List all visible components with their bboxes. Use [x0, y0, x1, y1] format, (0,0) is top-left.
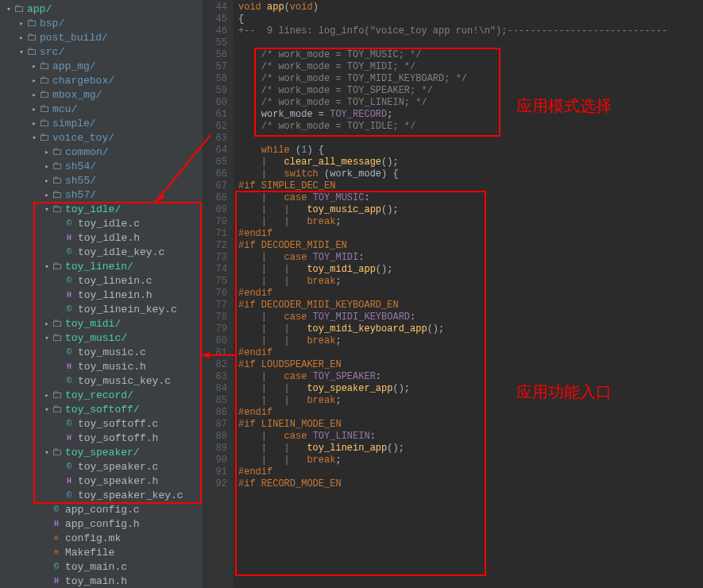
expand-arrow-icon[interactable]: ▸ [43, 391, 51, 400]
code-line[interactable]: /* work_mode = TOY_IDLE; */ [238, 121, 703, 133]
tree-item[interactable]: ©toy_speaker_key.c [0, 488, 203, 502]
tree-item[interactable]: ©toy_softoff.c [0, 416, 203, 431]
tree-item[interactable]: ▾🗀voice_toy/ [0, 130, 203, 145]
expand-arrow-icon[interactable]: ▾ [43, 205, 51, 214]
tree-item[interactable]: ▾🗀app/ [0, 2, 203, 16]
tree-item[interactable]: ▸🗀sh57/ [0, 188, 203, 202]
tree-item[interactable]: ©toy_speaker.c [0, 459, 203, 474]
code-line[interactable]: /* work_mode = TOY_MIDI; */ [238, 61, 703, 73]
expand-arrow-icon[interactable]: ▸ [30, 76, 38, 85]
code-line[interactable]: /* work_mode = TOY_LINEIN; */ [238, 97, 703, 109]
tree-item[interactable]: ▸🗀simple/ [0, 116, 203, 130]
expand-arrow-icon[interactable]: ▾ [43, 448, 51, 457]
code-line[interactable]: | | toy_midi_app(); [238, 264, 703, 276]
tree-item[interactable]: Happ_config.h [0, 516, 203, 531]
tree-item[interactable]: ©toy_idle.c [0, 216, 203, 230]
tree-item[interactable]: ▸🗀bsp/ [0, 16, 203, 30]
expand-arrow-icon[interactable]: ▾ [43, 405, 51, 414]
code-line[interactable]: | case TOY_MIDI: [238, 252, 703, 264]
file-tree-sidebar[interactable]: ▾🗀app/▸🗀bsp/▸🗀post_build/▾🗀src/▸🗀app_mg/… [0, 0, 203, 588]
tree-item[interactable]: ▸🗀toy_record/ [0, 388, 203, 402]
expand-arrow-icon[interactable]: ▸ [43, 319, 51, 328]
code-line[interactable]: #if LINEIN_MODE_EN [238, 419, 703, 431]
tree-item[interactable]: ▾🗀toy_idle/ [0, 202, 203, 216]
expand-arrow-icon[interactable]: ▾ [43, 334, 51, 342]
code-line[interactable]: #endif [238, 288, 703, 300]
code-line[interactable]: #if DECODER_MIDI_KEYBOARD_EN [238, 300, 703, 311]
code-line[interactable]: | | break; [238, 455, 703, 466]
tree-item[interactable]: ©app_config.c [0, 502, 203, 516]
expand-arrow-icon[interactable]: ▾ [5, 5, 13, 14]
tree-item[interactable]: ©toy_linein_key.c [0, 302, 203, 316]
tree-item[interactable]: ≡Makefile [0, 545, 203, 559]
code-line[interactable]: | | break; [238, 276, 703, 288]
tree-item[interactable]: ▸🗀common/ [0, 145, 203, 159]
code-content[interactable]: void app(void){+-- 9 lines: log_info("vo… [234, 0, 703, 588]
tree-item[interactable]: ©toy_music.c [0, 345, 203, 359]
expand-arrow-icon[interactable]: ▾ [17, 48, 25, 56]
code-line[interactable]: #endif [238, 228, 703, 240]
code-line[interactable]: #endif [238, 407, 703, 419]
tree-item[interactable]: ▸🗀post_build/ [0, 30, 203, 44]
code-line[interactable]: #endif [238, 347, 703, 359]
tree-item[interactable]: ▸🗀mcu/ [0, 102, 203, 116]
code-line[interactable]: #if RECORD_MODE_EN [238, 478, 703, 490]
tree-item[interactable]: Htoy_idle.h [0, 230, 203, 245]
code-line[interactable]: | | toy_speaker_app(); [238, 383, 703, 395]
expand-arrow-icon[interactable]: ▸ [43, 148, 51, 157]
tree-item[interactable]: ▸🗀toy_midi/ [0, 316, 203, 331]
code-line[interactable] [238, 37, 703, 49]
code-line[interactable]: +-- 9 lines: log_info("voice_toy app run… [238, 25, 703, 37]
code-editor[interactable]: 4445465556575859606162636465666768697071… [203, 0, 703, 588]
expand-arrow-icon[interactable]: ▸ [17, 19, 25, 28]
tree-item[interactable]: ©toy_main.c [0, 559, 203, 574]
tree-item[interactable]: Htoy_softoff.h [0, 431, 203, 445]
expand-arrow-icon[interactable]: ▸ [30, 105, 38, 114]
code-line[interactable] [238, 133, 703, 145]
expand-arrow-icon[interactable]: ▸ [17, 33, 25, 42]
tree-item[interactable]: ▾🗀toy_speaker/ [0, 445, 203, 459]
tree-item[interactable]: Htoy_linein.h [0, 288, 203, 302]
tree-item[interactable]: ▸🗀app_mg/ [0, 59, 203, 73]
tree-item[interactable]: ▾🗀toy_linein/ [0, 259, 203, 273]
code-line[interactable]: while (1) { [238, 145, 703, 157]
expand-arrow-icon[interactable]: ▸ [43, 176, 51, 185]
expand-arrow-icon[interactable]: ▸ [43, 191, 51, 199]
code-line[interactable]: #if DECODER_MIDI_EN [238, 240, 703, 252]
code-line[interactable]: | clear_all_message(); [238, 157, 703, 168]
code-line[interactable]: #if SIMPLE_DEC_EN [238, 180, 703, 192]
code-line[interactable]: void app(void) [238, 2, 703, 14]
tree-item[interactable]: ▾🗀toy_softoff/ [0, 402, 203, 416]
expand-arrow-icon[interactable]: ▾ [43, 262, 51, 271]
tree-item[interactable]: Htoy_music.h [0, 359, 203, 373]
code-line[interactable]: { [238, 14, 703, 25]
tree-item[interactable]: ▾🗀src/ [0, 44, 203, 59]
expand-arrow-icon[interactable]: ▸ [30, 119, 38, 128]
code-line[interactable]: | | break; [238, 335, 703, 347]
tree-item[interactable]: ▸🗀sh55/ [0, 173, 203, 188]
code-line[interactable]: | case TOY_MUSIC: [238, 192, 703, 204]
code-line[interactable]: /* work_mode = TOY_MIDI_KEYBOARD; */ [238, 73, 703, 85]
tree-item[interactable]: ▾🗀toy_music/ [0, 331, 203, 345]
code-line[interactable]: | case TOY_SPEAKER: [238, 371, 703, 383]
tree-item[interactable]: Htoy_main.h [0, 574, 203, 588]
code-line[interactable]: work_mode = TOY_RECORD; [238, 109, 703, 121]
code-line[interactable]: | switch (work_mode) { [238, 168, 703, 180]
code-line[interactable]: | | break; [238, 395, 703, 407]
code-line[interactable]: /* work_mode = TOY_SPEAKER; */ [238, 85, 703, 97]
code-line[interactable]: | | break; [238, 216, 703, 228]
tree-item[interactable]: ©toy_linein.c [0, 273, 203, 288]
expand-arrow-icon[interactable]: ▸ [30, 62, 38, 71]
tree-item[interactable]: ▸🗀mbox_mg/ [0, 87, 203, 102]
tree-item[interactable]: ©toy_music_key.c [0, 373, 203, 388]
code-line[interactable]: | case TOY_MIDI_KEYBOARD: [238, 311, 703, 323]
tree-item[interactable]: Htoy_speaker.h [0, 474, 203, 488]
expand-arrow-icon[interactable]: ▸ [43, 162, 51, 171]
tree-item[interactable]: ▸🗀sh54/ [0, 159, 203, 173]
code-line[interactable]: #endif [238, 466, 703, 478]
code-line[interactable]: | | toy_midi_keyboard_app(); [238, 323, 703, 335]
code-line[interactable]: /* work_mode = TOY_MUSIC; */ [238, 49, 703, 61]
code-line[interactable]: #if LOUDSPEAKER_EN [238, 359, 703, 371]
tree-item[interactable]: ≡config.mk [0, 531, 203, 545]
expand-arrow-icon[interactable]: ▸ [30, 91, 38, 99]
